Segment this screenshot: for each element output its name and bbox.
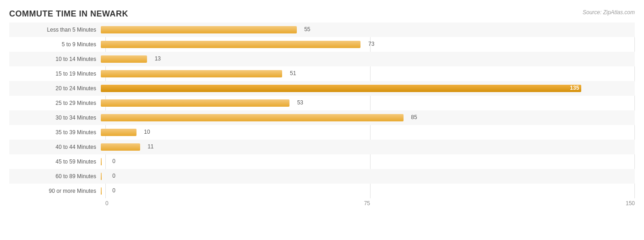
bar-value-label: 85 xyxy=(411,114,417,120)
bar-label: 40 to 44 Minutes xyxy=(9,144,101,150)
bar-label: 90 or more Minutes xyxy=(9,188,101,194)
bar-track: 51 xyxy=(101,67,635,80)
bar-value-label: 51 xyxy=(290,70,296,76)
bar-value-label: 13 xyxy=(155,55,161,62)
bar-value-label: 135 xyxy=(570,85,579,91)
x-label-2: 150 xyxy=(626,200,635,207)
bar-track: 135 xyxy=(101,82,635,95)
bars-section: Less than 5 Minutes555 to 9 Minutes7310 … xyxy=(9,22,635,198)
chart-title: COMMUTE TIME IN NEWARK xyxy=(9,9,635,19)
bar-value-label: 10 xyxy=(144,129,150,135)
bar-label: 15 to 19 Minutes xyxy=(9,71,101,77)
bar-label: 10 to 14 Minutes xyxy=(9,56,101,62)
bar-label: 60 to 89 Minutes xyxy=(9,173,101,180)
bar-row: 45 to 59 Minutes0 xyxy=(9,154,635,169)
bar-label: Less than 5 Minutes xyxy=(9,27,101,33)
bar-track: 11 xyxy=(101,141,635,153)
bar-fill: 85 xyxy=(101,114,404,122)
source-label: Source: ZipAtlas.com xyxy=(583,9,635,16)
bar-fill: 53 xyxy=(101,99,289,107)
bar-label: 25 to 29 Minutes xyxy=(9,100,101,106)
bar-label: 45 to 59 Minutes xyxy=(9,158,101,165)
bar-row: 90 or more Minutes0 xyxy=(9,184,635,198)
bar-value-label: 55 xyxy=(304,26,310,33)
bar-fill: 51 xyxy=(101,70,282,78)
bar-row: 35 to 39 Minutes10 xyxy=(9,125,635,140)
bar-label: 20 to 24 Minutes xyxy=(9,85,101,92)
bar-row: 10 to 14 Minutes13 xyxy=(9,52,635,66)
bar-value-label: 73 xyxy=(368,41,374,47)
bar-track: 13 xyxy=(101,53,635,65)
bar-label: 5 to 9 Minutes xyxy=(9,41,101,48)
bar-track: 85 xyxy=(101,111,635,124)
bar-fill: 0 xyxy=(101,158,102,166)
bar-value-label: 53 xyxy=(297,99,303,106)
bar-fill: 10 xyxy=(101,129,136,136)
bar-row: Less than 5 Minutes55 xyxy=(9,22,635,37)
bar-row: 60 to 89 Minutes0 xyxy=(9,169,635,184)
bar-fill: 13 xyxy=(101,55,147,63)
bar-value-label: 0 xyxy=(112,173,115,179)
bar-fill: 135 xyxy=(101,85,581,93)
bar-row: 5 to 9 Minutes73 xyxy=(9,37,635,52)
x-axis: 0 75 150 xyxy=(105,198,635,212)
bar-value-label: 0 xyxy=(112,158,115,164)
bar-fill: 0 xyxy=(101,173,102,180)
bar-row: 40 to 44 Minutes11 xyxy=(9,140,635,154)
bar-track: 53 xyxy=(101,97,635,109)
bar-track: 10 xyxy=(101,126,635,139)
bar-row: 15 to 19 Minutes51 xyxy=(9,66,635,81)
bar-track: 0 xyxy=(101,185,635,197)
bar-row: 20 to 24 Minutes135 xyxy=(9,81,635,96)
bar-value-label: 11 xyxy=(147,143,153,150)
bar-label: 35 to 39 Minutes xyxy=(9,129,101,136)
bar-track: 0 xyxy=(101,170,635,183)
bar-track: 0 xyxy=(101,155,635,168)
bar-label: 30 to 34 Minutes xyxy=(9,115,101,121)
bar-row: 25 to 29 Minutes53 xyxy=(9,96,635,110)
bar-fill: 11 xyxy=(101,143,140,151)
x-label-0: 0 xyxy=(105,200,109,207)
x-label-1: 75 xyxy=(364,200,370,207)
bar-fill: 55 xyxy=(101,26,297,34)
chart-container: COMMUTE TIME IN NEWARK Source: ZipAtlas.… xyxy=(0,0,644,240)
bar-fill: 0 xyxy=(101,187,102,195)
bar-row: 30 to 34 Minutes85 xyxy=(9,110,635,125)
chart-area: Less than 5 Minutes555 to 9 Minutes7310 … xyxy=(9,22,635,212)
bar-value-label: 0 xyxy=(112,187,115,194)
bar-track: 73 xyxy=(101,38,635,51)
bar-fill: 73 xyxy=(101,41,360,49)
bar-track: 55 xyxy=(101,23,635,36)
